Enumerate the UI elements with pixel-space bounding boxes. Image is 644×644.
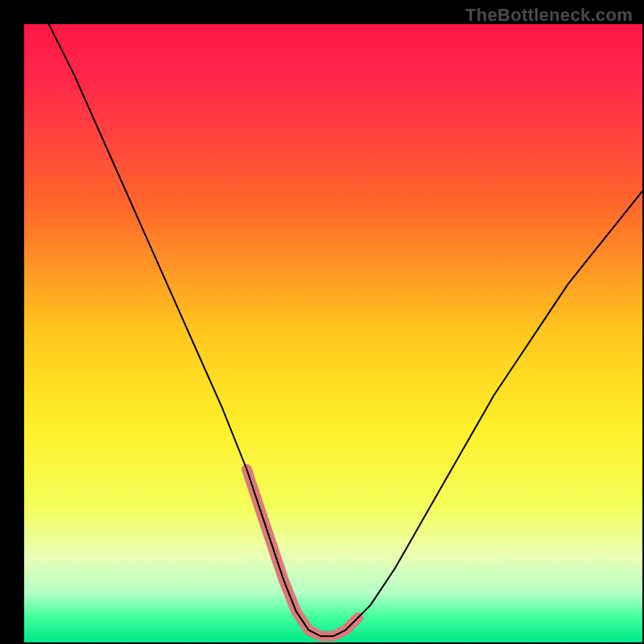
watermark-text: TheBottleneck.com xyxy=(465,5,633,26)
bottleneck-chart xyxy=(0,0,644,644)
chart-frame: TheBottleneck.com xyxy=(0,0,644,644)
plot-background xyxy=(24,24,642,642)
